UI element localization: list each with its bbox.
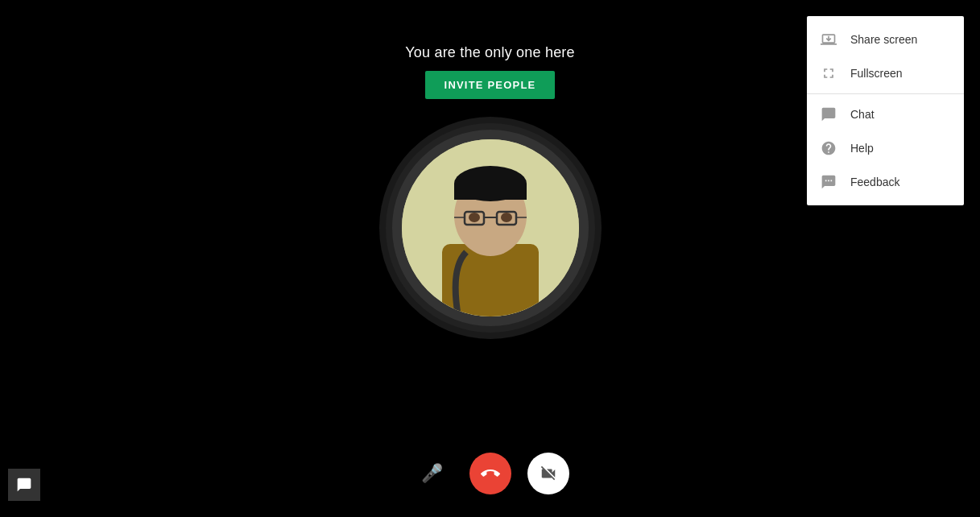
chat-label: Chat [850,108,875,121]
video-toggle-button[interactable] [527,453,569,494]
share-screen-icon [820,31,837,48]
invite-section: You are the only one here INVITE PEOPLE [405,44,575,99]
chat-menu-icon [820,105,837,123]
only-one-message: You are the only one here [405,44,575,61]
svg-rect-5 [454,184,527,200]
mic-icon: 🎤 [421,463,443,484]
call-controls: 🎤 [411,453,569,494]
avatar [402,139,579,316]
avatar-container [386,123,595,333]
feedback-menu-item[interactable]: Feedback [807,165,964,199]
invite-people-button[interactable]: INVITE PEOPLE [425,71,556,99]
feedback-label: Feedback [850,176,899,188]
video-off-icon [540,465,557,482]
help-menu-item[interactable]: Help [807,131,964,165]
svg-point-11 [469,213,480,222]
fullscreen-icon [820,64,837,82]
fullscreen-label: Fullscreen [850,67,903,80]
share-screen-menu-item[interactable]: Share screen [807,23,964,56]
share-screen-label: Share screen [850,33,917,46]
microphone-button[interactable]: 🎤 [411,453,453,494]
chat-menu-item[interactable]: Chat [807,97,964,131]
hangup-button[interactable] [469,453,511,494]
fullscreen-menu-item[interactable]: Fullscreen [807,56,964,90]
avatar-image [402,139,579,316]
menu-divider [807,93,964,94]
video-area: You are the only one here INVITE PEOPLE [0,0,980,517]
chat-bottom-icon [16,477,32,493]
hangup-icon [481,464,500,483]
feedback-icon [820,173,837,191]
svg-point-12 [501,213,512,222]
context-menu: Share screen Fullscreen Chat [807,16,964,205]
help-label: Help [850,142,874,155]
chat-icon-button[interactable] [8,469,40,501]
help-icon [820,139,837,157]
